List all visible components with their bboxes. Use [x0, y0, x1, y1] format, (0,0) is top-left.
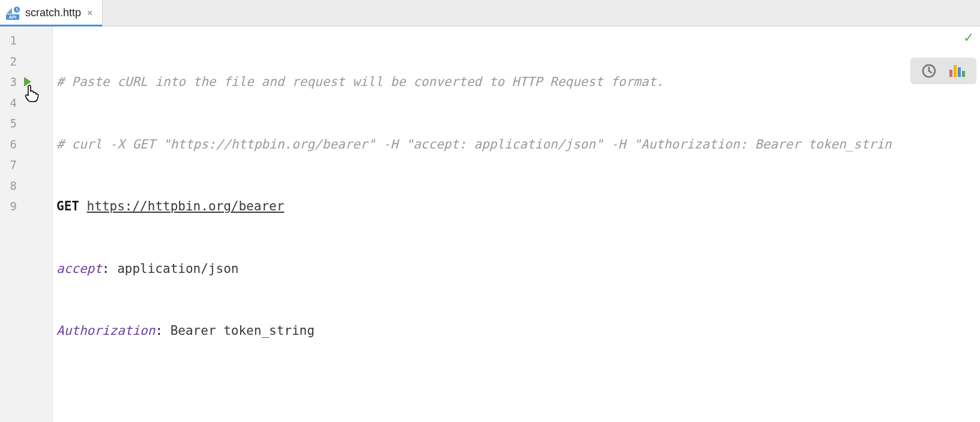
code-line: Authorization: Bearer token_string — [53, 320, 980, 341]
code-line: # curl -X GET "https://httpbin.org/beare… — [53, 134, 980, 155]
file-tab-label: scratch.http — [25, 7, 81, 19]
file-tab-scratch-http[interactable]: API scratch.http × — [0, 0, 103, 26]
line-number: 1 — [4, 34, 17, 47]
colon: : — [102, 261, 117, 276]
gutter-line: 9 — [0, 196, 52, 217]
code-line — [53, 383, 980, 404]
svg-text:API: API — [9, 14, 17, 20]
gutter-line: 6 — [0, 134, 52, 155]
gutter-line: 4 — [0, 93, 52, 114]
header-value: application/json — [117, 261, 238, 276]
line-number: 3 — [4, 75, 17, 88]
api-file-icon: API — [5, 7, 20, 20]
svg-marker-0 — [6, 8, 12, 14]
editor-gutter: 1 2 3 4 5 6 7 8 9 — [0, 26, 53, 422]
line-number: 6 — [4, 138, 17, 151]
history-icon[interactable] — [921, 63, 937, 79]
code-line: # Paste cURL into the file and request w… — [53, 72, 980, 93]
svg-rect-5 — [949, 70, 952, 77]
comment-text: # Paste cURL into the file and request w… — [56, 75, 664, 89]
http-method: GET — [56, 199, 79, 213]
colon: : — [155, 323, 170, 338]
header-name: accept — [56, 261, 102, 276]
svg-rect-8 — [962, 71, 965, 77]
inspections-ok-icon[interactable]: ✓ — [963, 30, 974, 46]
line-number: 5 — [4, 117, 17, 130]
comment-text: # curl -X GET "https://httpbin.org/beare… — [56, 137, 892, 151]
statistics-icon[interactable] — [948, 63, 966, 79]
gutter-line: 7 — [0, 154, 52, 176]
code-line: GET https://httpbin.org/bearer — [53, 196, 980, 217]
close-tab-icon[interactable]: × — [86, 8, 94, 19]
gutter-line: 2 — [0, 51, 52, 72]
gutter-line: 8 — [0, 176, 52, 197]
line-number: 4 — [4, 96, 17, 109]
line-number: 7 — [4, 158, 17, 171]
svg-rect-7 — [958, 67, 961, 77]
line-number: 2 — [4, 55, 17, 68]
gutter-line: 5 — [0, 113, 52, 134]
header-value: Bearer token_string — [171, 323, 315, 338]
code-line: accept: application/json — [53, 258, 980, 280]
request-url[interactable]: https://httpbin.org/bearer — [87, 199, 285, 213]
line-number: 9 — [4, 200, 17, 213]
code-editor[interactable]: 1 2 3 4 5 6 7 8 9 # Paste cURL into the … — [0, 26, 980, 422]
http-client-toolbar — [910, 58, 976, 84]
header-name: Authorization — [56, 323, 155, 338]
gutter-line: 3 — [0, 72, 52, 93]
gutter-line: 1 — [0, 30, 52, 51]
line-number: 8 — [4, 179, 17, 192]
svg-rect-6 — [954, 65, 957, 77]
run-request-icon[interactable] — [24, 77, 31, 87]
editor-tab-bar: API scratch.http × — [0, 0, 980, 26]
code-content[interactable]: # Paste cURL into the file and request w… — [53, 26, 980, 422]
